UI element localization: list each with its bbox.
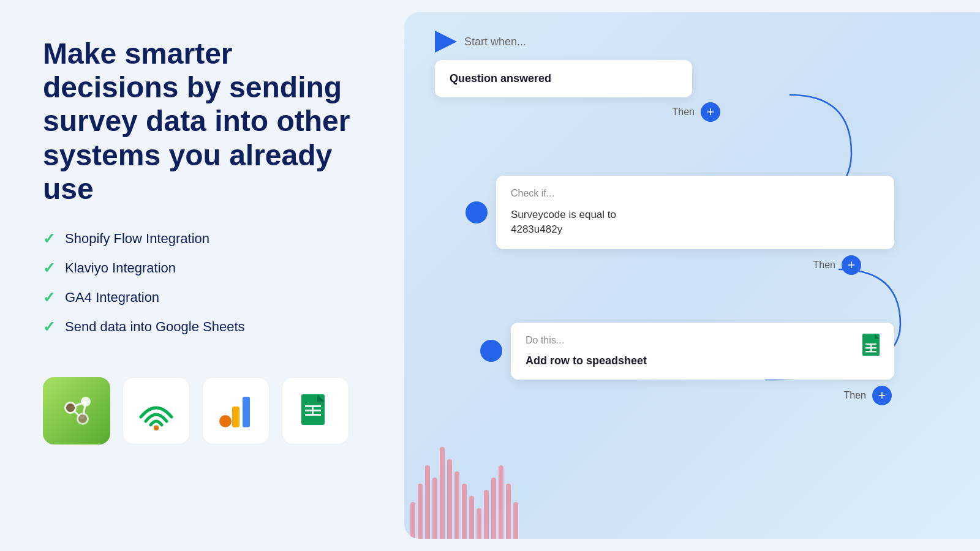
wave-bar [447, 459, 452, 539]
do-card-sheets-icon [862, 332, 884, 357]
features-list: ✓ Shopify Flow Integration ✓ Klaviyo Int… [43, 230, 368, 348]
klaviyo-icon [135, 389, 178, 432]
feature-label-4: Send data into Google Sheets [65, 319, 245, 335]
wave-bar [440, 447, 445, 539]
then-label-3: Then [844, 390, 866, 401]
wave-bar [469, 496, 474, 539]
do-card: Do this... Add row to speadsheet [511, 323, 894, 380]
headline: Make smarter decisions by sending survey… [43, 37, 368, 206]
then-plus-btn-1[interactable]: + [701, 102, 720, 122]
then-connector-1: Then + [435, 102, 723, 122]
question-card: Question answered [435, 60, 692, 97]
check-body: Surveycode is equal to 4283u482y [511, 208, 880, 237]
check-body-line2: 4283u482y [511, 223, 562, 235]
wave-bar [425, 465, 430, 539]
wave-bar [513, 502, 518, 539]
feature-label-3: GA4 Integration [65, 290, 159, 305]
logos-row [43, 377, 368, 444]
then-plus-btn-2[interactable]: + [842, 255, 861, 275]
klaviyo-logo [123, 377, 190, 444]
wave-bar [418, 484, 423, 539]
wave-bar [484, 490, 489, 539]
wave-bar [491, 478, 496, 539]
then-connector-2: Then + [435, 255, 864, 275]
sheets-logo [282, 377, 349, 444]
check-node: Check if... Surveycode is equal to 4283u… [435, 176, 894, 249]
svg-point-9 [154, 425, 159, 430]
check-header: Check if... [511, 188, 880, 199]
do-body: Add row to speadsheet [526, 354, 880, 367]
then-label-1: Then [673, 107, 695, 118]
wave-bar [410, 502, 415, 539]
flow-diagram: Start when... Question answered Then + C… [435, 31, 894, 405]
card1-title: Question answered [450, 72, 677, 85]
svg-point-6 [66, 403, 75, 412]
feature-item-3: ✓ GA4 Integration [43, 289, 368, 306]
ga4-icon [214, 389, 257, 432]
then-plus-btn-3[interactable]: + [872, 386, 892, 405]
check-icon-2: ✓ [43, 260, 55, 277]
wave-bar [432, 478, 437, 539]
feature-item-2: ✓ Klaviyo Integration [43, 260, 368, 277]
check-icon-1: ✓ [43, 230, 55, 247]
shopify-logo [43, 377, 110, 444]
then-label-2: Then [813, 260, 835, 271]
svg-rect-24 [870, 343, 872, 352]
play-icon [435, 31, 457, 53]
wave-bar [477, 508, 481, 539]
check-icon-4: ✓ [43, 318, 55, 335]
shopify-icon [55, 389, 98, 432]
wave-bar [506, 484, 511, 539]
check-icon-3: ✓ [43, 289, 55, 306]
check-card: Check if... Surveycode is equal to 4283u… [496, 176, 894, 249]
sheets-icon [294, 389, 337, 432]
card1-section: Question answered Then + [435, 60, 894, 122]
check-dot [466, 201, 488, 223]
feature-item-1: ✓ Shopify Flow Integration [43, 230, 368, 247]
feature-label-1: Shopify Flow Integration [65, 231, 209, 247]
curve-spacer-1 [435, 122, 894, 171]
do-header: Do this... [526, 335, 880, 346]
left-panel: Make smarter decisions by sending survey… [0, 0, 404, 551]
right-panel: Start when... Question answered Then + C… [404, 12, 980, 539]
feature-item-4: ✓ Send data into Google Sheets [43, 318, 368, 335]
do-dot [480, 340, 502, 362]
wave-bar [499, 465, 503, 539]
curve-spacer-2 [435, 275, 894, 318]
start-node: Start when... [435, 31, 894, 53]
wave-bar [462, 484, 467, 539]
svg-point-7 [78, 414, 87, 423]
ga4-logo [202, 377, 270, 444]
svg-rect-12 [243, 397, 250, 427]
svg-point-10 [219, 415, 232, 427]
do-node: Do this... Add row to speadsheet [435, 323, 894, 380]
svg-rect-18 [312, 405, 314, 416]
feature-label-2: Klaviyo Integration [65, 260, 176, 276]
check-body-line1: Surveycode is equal to [511, 209, 616, 220]
then-connector-3: Then + [435, 386, 894, 405]
svg-rect-11 [232, 407, 239, 427]
start-label: Start when... [464, 36, 526, 48]
wave-bars-decoration [404, 416, 527, 539]
wave-bar [454, 471, 459, 539]
